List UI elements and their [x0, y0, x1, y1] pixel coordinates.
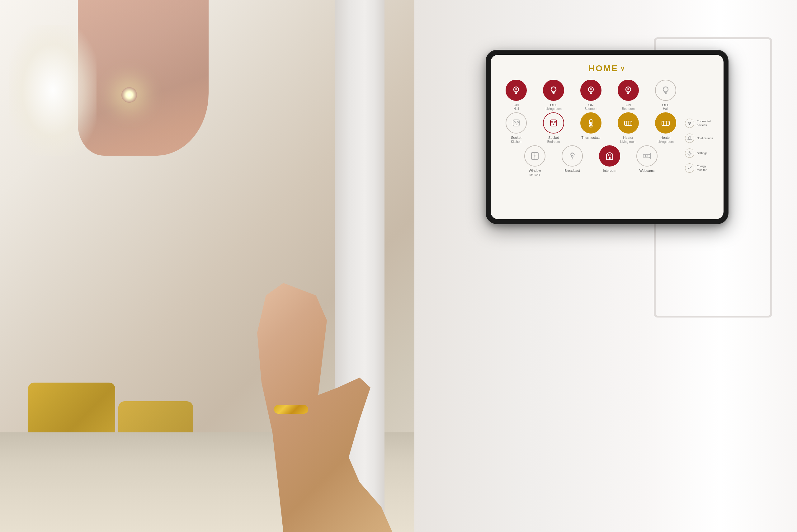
side-icon-wifi: [685, 119, 694, 128]
icon-item-heater-living2[interactable]: Heater Living room: [650, 112, 681, 143]
side-item-1[interactable]: Connected devices: [685, 119, 714, 128]
icon-circle-light5: [655, 80, 676, 101]
webcam-icon: [641, 150, 652, 162]
icon-item-light-hall-off[interactable]: OFF Hall: [650, 80, 681, 111]
icon-item-light-livingroom-off[interactable]: OFF Living room: [538, 80, 569, 111]
icon-label-intercom: Intercom: [603, 168, 616, 173]
svg-point-4: [515, 88, 517, 90]
icon-sublabel-light1: Hall: [513, 107, 519, 111]
icon-label-heater2: Heater: [660, 135, 670, 140]
icon-item-thermostats[interactable]: Thermostats: [575, 112, 606, 140]
icon-sublabel-light2: Living room: [546, 107, 562, 111]
brick-wall: [78, 0, 209, 156]
icon-label-thermostat: Thermostats: [581, 135, 600, 140]
icon-item-webcams[interactable]: Webcams: [631, 145, 663, 173]
icon-sublabel-light4: Bedroom: [622, 107, 635, 111]
icon-item-intercom[interactable]: Intercom: [594, 145, 625, 173]
icon-sublabel-light5: Hall: [663, 107, 668, 111]
svg-point-53: [645, 155, 647, 157]
bulb-off-icon-1: [548, 85, 559, 96]
side-item-4[interactable]: Energy monitor: [685, 164, 714, 173]
ceiling-light: [121, 87, 137, 103]
icon-circle-webcam: [637, 145, 658, 167]
icon-circle-light1: [506, 80, 527, 101]
devices-row: Socket Kitchen: [500, 112, 681, 143]
icon-label-broadcast: Broadcast: [565, 168, 580, 173]
home-title-text: HOME: [588, 63, 618, 74]
svg-point-28: [551, 122, 553, 123]
side-icon-energy: [685, 164, 694, 173]
socket-icon-1: [511, 117, 522, 129]
energy-icon: [687, 166, 692, 171]
icon-label-socket1: Socket: [511, 135, 521, 140]
icon-circle-light2: [543, 80, 564, 101]
icon-item-window-sensors[interactable]: Window sensors: [519, 145, 550, 176]
icon-circle-light3: [580, 80, 602, 101]
broadcast-icon: [567, 150, 578, 162]
icon-label-light3: ON: [588, 103, 594, 107]
svg-point-19: [663, 87, 668, 92]
smart-row: Window sensors: [500, 145, 681, 176]
lights-row: ON Hall: [500, 80, 681, 111]
heater-icon-1: [623, 117, 634, 129]
icon-item-light-bedroom-on1[interactable]: ON Bedroom: [575, 80, 606, 111]
svg-point-47: [534, 155, 535, 157]
icon-item-socket-kitchen[interactable]: Socket Kitchen: [500, 112, 532, 143]
svg-point-34: [590, 125, 592, 127]
side-icon-bell: [685, 134, 694, 143]
settings-icon: [687, 151, 692, 156]
side-label-1: Connected devices: [697, 119, 714, 127]
icon-circle-socket1: [506, 112, 527, 134]
bulb-off-icon-2: [660, 85, 671, 96]
bulb-on-icon: [511, 85, 522, 96]
icon-item-light-hall-on[interactable]: ON Hall: [500, 80, 532, 111]
svg-point-56: [691, 166, 691, 167]
svg-point-55: [689, 153, 690, 154]
svg-rect-51: [609, 157, 610, 160]
heater-icon-2: [660, 117, 671, 129]
svg-point-13: [590, 88, 592, 90]
icon-circle-thermostat: [580, 112, 602, 134]
svg-point-29: [554, 122, 556, 123]
icon-item-broadcast[interactable]: Broadcast: [557, 145, 588, 173]
icon-label-heater1: Heater: [623, 135, 633, 140]
side-menu-list: Connected devices Notifications: [682, 80, 714, 212]
side-item-3[interactable]: Settings: [685, 149, 714, 158]
svg-rect-52: [608, 154, 611, 156]
side-item-2[interactable]: Notifications: [685, 134, 714, 143]
icon-item-heater-living[interactable]: Heater Living room: [613, 112, 644, 143]
icon-sublabel-window: sensors: [529, 173, 540, 176]
svg-point-24: [514, 122, 516, 123]
icon-sublabel-socket2: Bedroom: [547, 140, 560, 144]
home-chevron: ∨: [620, 65, 626, 72]
icon-circle-heater1: [618, 112, 639, 134]
icon-circle-broadcast: [562, 145, 583, 167]
screen-inner: HOME ∨: [500, 63, 714, 212]
icon-item-socket-bedroom[interactable]: Socket Bedroom: [538, 112, 569, 143]
bulb-on-icon-2: [585, 85, 596, 96]
tablet-screen: HOME ∨: [491, 55, 723, 219]
icon-label-socket2: Socket: [548, 135, 559, 140]
icon-circle-socket2: [543, 112, 564, 134]
icon-label-light1: ON: [514, 103, 519, 107]
svg-point-48: [571, 155, 573, 157]
svg-point-18: [627, 88, 629, 90]
socket-icon-2: [548, 117, 559, 129]
side-label-2: Notifications: [697, 136, 713, 140]
icon-grid: ON Hall: [500, 80, 681, 212]
home-header[interactable]: HOME ∨: [588, 63, 626, 74]
icon-label-light5: OFF: [662, 103, 669, 107]
wifi-icon: [687, 121, 692, 126]
icon-circle-light4: [618, 80, 639, 101]
main-content-grid: ON Hall: [500, 80, 714, 212]
svg-point-25: [517, 122, 519, 123]
svg-point-54: [689, 124, 690, 125]
bell-icon: [687, 136, 692, 141]
icon-label-window: Window: [529, 168, 541, 173]
icon-item-light-bedroom-on2[interactable]: ON Bedroom: [613, 80, 644, 111]
window-light: [10, 25, 96, 156]
gold-ring: [274, 405, 308, 414]
icon-sublabel-light3: Bedroom: [585, 107, 597, 111]
hand-shape: [240, 283, 458, 532]
thermostat-icon: [585, 117, 596, 129]
